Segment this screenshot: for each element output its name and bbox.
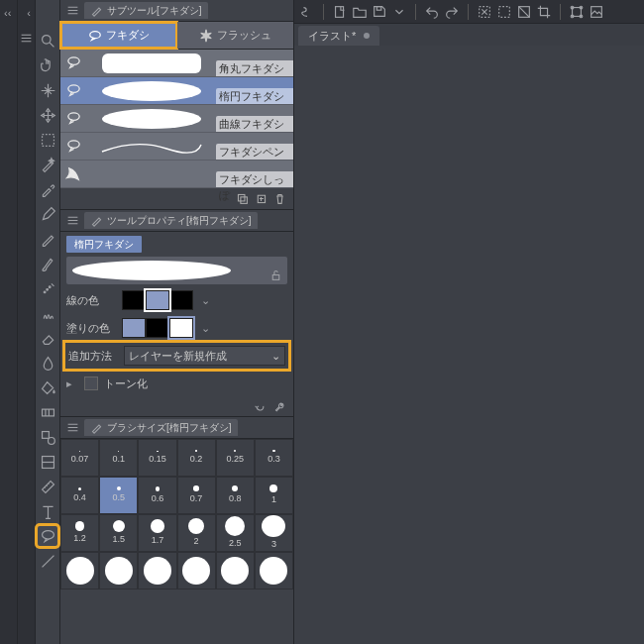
brush-size-cell[interactable]: 2: [177, 514, 216, 552]
balloon-icon: [60, 54, 86, 71]
document-tab[interactable]: イラスト*: [298, 26, 379, 46]
subtool-panel-tab[interactable]: サブツール[フキダシ]: [84, 2, 208, 19]
frame-tool[interactable]: [37, 451, 58, 473]
menu-icon[interactable]: [64, 420, 80, 436]
select-tool[interactable]: [37, 129, 58, 151]
redo-icon[interactable]: [443, 3, 461, 21]
transform-icon[interactable]: [568, 3, 586, 21]
brush-size-cell[interactable]: 0.07: [60, 439, 99, 477]
magnifier-tool[interactable]: [37, 30, 58, 52]
app-icon[interactable]: [298, 3, 316, 21]
copy-icon[interactable]: [234, 190, 250, 206]
menu-icon[interactable]: [64, 3, 80, 19]
correct-tool[interactable]: [37, 550, 58, 572]
brush-size-cell[interactable]: 0.7: [177, 477, 216, 514]
brush-size-cell[interactable]: 1.2: [60, 514, 99, 552]
gradient-tool[interactable]: [37, 401, 58, 423]
svg-point-0: [42, 35, 51, 44]
duplicate-icon[interactable]: [253, 190, 268, 206]
invert-select-icon[interactable]: [515, 3, 533, 21]
svg-point-14: [67, 141, 78, 149]
balloon-tool[interactable]: [37, 525, 58, 547]
balloon-icon: [60, 138, 86, 155]
select-all-icon[interactable]: [495, 3, 513, 21]
subtool-category-flash[interactable]: フラッシュ: [177, 22, 294, 49]
chevron-down-icon[interactable]: [390, 3, 408, 21]
figure-tool[interactable]: [37, 426, 58, 448]
wrench-icon[interactable]: [271, 399, 287, 415]
brush-size-cell[interactable]: 3: [255, 514, 293, 552]
brush-size-cell[interactable]: 2.5: [216, 514, 255, 552]
svg-rect-18: [272, 274, 279, 279]
brush-size-cell[interactable]: [60, 552, 99, 590]
svg-point-7: [48, 437, 54, 444]
chevron-down-icon[interactable]: ⌄: [199, 293, 211, 307]
brush-size-cell[interactable]: [177, 552, 216, 590]
brush-size-cell[interactable]: 0.1: [99, 439, 138, 477]
brushsize-panel-tab[interactable]: ブラシサイズ[楕円フキダシ]: [84, 419, 238, 436]
brush-size-cell[interactable]: 1.5: [99, 514, 138, 552]
reset-icon[interactable]: [252, 399, 268, 415]
blend-tool[interactable]: [37, 352, 58, 374]
dock-edge-left[interactable]: [0, 0, 18, 644]
brush-size-cell[interactable]: 0.6: [138, 477, 176, 514]
toolprop-panel-tab[interactable]: ツールプロパティ[楕円フキダシ]: [84, 212, 258, 229]
brush-size-cell[interactable]: 1: [255, 477, 293, 514]
pen-tool[interactable]: [37, 203, 58, 225]
undo-icon[interactable]: [423, 3, 441, 21]
subtool-item-ellipse[interactable]: 楕円フキダシ: [60, 77, 293, 105]
eyedropper-tool[interactable]: [37, 178, 58, 200]
fill-tool[interactable]: [37, 376, 58, 398]
top-toolbar: [294, 0, 644, 24]
deco-tool[interactable]: [37, 302, 58, 324]
brush-size-cell[interactable]: 0.4: [60, 477, 99, 514]
brush-size-cell[interactable]: 0.15: [138, 439, 176, 477]
menu-icon[interactable]: [19, 30, 35, 46]
brush-size-cell[interactable]: 0.25: [216, 439, 255, 477]
brush-size-cell[interactable]: [99, 552, 138, 590]
trash-icon[interactable]: [271, 190, 287, 206]
tone-checkbox[interactable]: [84, 376, 98, 390]
brush-size-cell[interactable]: [255, 552, 293, 590]
brush-size-cell[interactable]: 0.8: [216, 477, 255, 514]
subtool-item-rounded[interactable]: 角丸フキダシ: [60, 50, 293, 77]
airbrush-tool[interactable]: [37, 277, 58, 299]
subtool-item-pen[interactable]: フキダシペン: [60, 133, 293, 161]
lock-icon[interactable]: [268, 267, 283, 282]
save-icon[interactable]: [371, 3, 388, 21]
chevron-down-icon[interactable]: ⌄: [199, 321, 211, 335]
menu-icon[interactable]: [64, 213, 80, 229]
subtool-item-tail[interactable]: フキダシしっぽ: [60, 161, 293, 188]
canvas-area[interactable]: [294, 46, 644, 644]
new-icon[interactable]: [331, 3, 349, 21]
canvas-icon[interactable]: [588, 3, 605, 21]
open-icon[interactable]: [351, 3, 369, 21]
subtool-category-balloon[interactable]: フキダシ: [60, 22, 177, 49]
brush-size-cell[interactable]: 0.3: [255, 439, 293, 477]
tp-tone-row: ▸ トーン化: [66, 372, 287, 395]
brush-size-cell[interactable]: [216, 552, 255, 590]
brush-size-cell[interactable]: [138, 552, 176, 590]
svg-point-12: [67, 85, 78, 93]
brush-size-cell[interactable]: 0.5: [99, 477, 138, 514]
move-canvas-tool[interactable]: [37, 54, 58, 76]
crop-icon[interactable]: [535, 3, 553, 21]
brush-size-cell[interactable]: 1.7: [138, 514, 176, 552]
brush-size-cell[interactable]: 0.2: [177, 439, 216, 477]
operation-tool[interactable]: [37, 79, 58, 101]
dock-strip[interactable]: [18, 0, 36, 644]
wand-tool[interactable]: [37, 154, 58, 175]
toolprop-panel-header: ツールプロパティ[楕円フキダシ]: [60, 210, 293, 232]
add-method-dropdown[interactable]: レイヤーを新規作成 ⌄: [124, 346, 285, 366]
pencil-tool[interactable]: [37, 228, 58, 250]
fill-color-swatches[interactable]: [122, 318, 193, 338]
text-tool[interactable]: [37, 500, 58, 522]
eraser-tool[interactable]: [37, 327, 58, 349]
svg-point-13: [67, 113, 78, 121]
subtool-item-curve[interactable]: 曲線フキダシ: [60, 105, 293, 133]
deselect-icon[interactable]: [476, 3, 493, 21]
move-tool[interactable]: [37, 104, 58, 126]
brush-tool[interactable]: [37, 253, 58, 274]
ruler-tool[interactable]: [37, 476, 58, 497]
line-color-swatches[interactable]: [122, 290, 193, 310]
